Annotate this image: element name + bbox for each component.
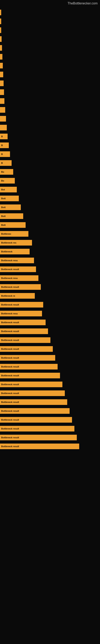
site-title: TheBottlenecker.com: [0, 0, 100, 6]
bar-item: [0, 45, 2, 51]
bar-item: Bott: [0, 196, 19, 201]
bar-row: Bott: [0, 194, 100, 203]
bar-row: Bottleneck result: [0, 300, 100, 309]
bar-item: [0, 54, 2, 60]
bar-item: Bottleneck re: [0, 293, 35, 299]
bar-item: [0, 36, 1, 42]
bar-row: B: [0, 158, 100, 168]
bar-item: Bottleneck result: [0, 426, 74, 432]
bar-item: [0, 72, 3, 77]
bar-row: Bottleneck result: [0, 433, 100, 442]
bar-row: Bottleneck resu: [0, 309, 100, 318]
bar-item: Bottleneck result: [0, 382, 62, 387]
bar-row: [0, 52, 100, 61]
bar-row: Bottleneck result: [0, 380, 100, 389]
bar-item: Bottleneck result: [0, 346, 53, 352]
bar-row: Bottleneck re: [0, 292, 100, 300]
bar-row: [0, 17, 100, 26]
bar-item: Bottleneck result: [0, 266, 36, 272]
bar-row: [0, 70, 100, 79]
bar-row: Bo: [0, 168, 100, 176]
bar-item: [0, 18, 1, 24]
bar-item: [0, 10, 1, 15]
bar-item: Bottleneck result: [0, 284, 41, 290]
bar-row: [0, 26, 100, 34]
bar-row: B: [0, 132, 100, 141]
bar-item: Bottleneck result: [0, 417, 72, 422]
bar-item: B: [0, 142, 9, 148]
bar-item: Bottleneck result: [0, 320, 46, 325]
bar-row: [0, 106, 100, 114]
bar-row: [0, 88, 100, 96]
bar-row: [0, 123, 100, 132]
bar-row: Bottleneck result: [0, 442, 100, 451]
bar-row: [0, 61, 100, 70]
bar-item: Bottleneck resu: [0, 258, 34, 263]
bar-row: Bottleneck result: [0, 354, 100, 362]
bar-item: Bottleneck result: [0, 408, 70, 414]
bar-row: [0, 96, 100, 106]
bar-row: Bottleneck result: [0, 371, 100, 380]
bar-item: Bottleneck result: [0, 337, 50, 343]
bar-row: B: [0, 141, 100, 150]
bar-item: Bott: [0, 222, 26, 228]
bar-row: Bottleneck result: [0, 344, 100, 354]
bar-item: [0, 98, 4, 104]
bar-item: Bottleneck result: [0, 302, 43, 308]
bar-item: Bottleneck: [0, 249, 30, 254]
bar-row: Bottleneck result: [0, 398, 100, 406]
bar-item: Bottleneck result: [0, 373, 60, 378]
bar-item: Bottleneck result: [0, 390, 65, 396]
bar-row: Bottlenec: [0, 230, 100, 238]
bar-item: Bot: [0, 187, 17, 192]
bar-row: Bottleneck result: [0, 362, 100, 371]
bar-row: Bottleneck resu: [0, 274, 100, 282]
bar-row: Bottleneck result: [0, 389, 100, 398]
bar-item: Bott: [0, 213, 23, 219]
bar-row: Bottleneck result: [0, 265, 100, 274]
bar-row: Bottleneck: [0, 247, 100, 256]
bar-item: [0, 107, 5, 113]
bar-item: Bo: [0, 169, 13, 175]
bar-item: Bottlenec: [0, 231, 28, 237]
bar-row: [0, 34, 100, 44]
bar-row: Bott: [0, 212, 100, 220]
bar-row: Bottleneck result: [0, 282, 100, 292]
bar-row: Bo: [0, 176, 100, 185]
bar-item: [0, 89, 4, 95]
bar-item: Bottleneck resu: [0, 311, 42, 316]
bar-row: Bottleneck result: [0, 336, 100, 344]
bar-row: Bottleneck result: [0, 318, 100, 327]
bar-row: Bot: [0, 185, 100, 194]
bar-row: Bottleneck result: [0, 327, 100, 336]
bar-item: Bo: [0, 178, 15, 184]
bar-item: Bottleneck res: [0, 240, 32, 246]
bar-item: [0, 27, 1, 33]
bar-item: B: [0, 160, 12, 166]
bar-row: Bottleneck resu: [0, 256, 100, 265]
bar-item: Bottleneck result: [0, 364, 58, 370]
bar-row: [0, 8, 100, 17]
bar-item: Bottleneck result: [0, 355, 55, 361]
bar-row: [0, 79, 100, 88]
bar-row: [0, 44, 100, 52]
bar-item: [0, 63, 3, 68]
bar-row: B: [0, 150, 100, 158]
bar-item: [0, 116, 6, 122]
bar-item: Bottleneck result: [0, 328, 48, 334]
bar-item: [0, 125, 7, 130]
bar-row: Bott: [0, 203, 100, 212]
bar-item: Bottleneck result: [0, 435, 77, 440]
bar-row: [0, 114, 100, 123]
bar-item: Bottleneck result: [0, 399, 67, 405]
bar-item: B: [0, 151, 10, 157]
bar-item: Bottleneck resu: [0, 275, 38, 281]
bar-item: B: [0, 134, 8, 139]
bar-row: Bottleneck result: [0, 424, 100, 433]
bar-item: Bott: [0, 204, 21, 210]
bar-item: [0, 80, 3, 86]
bar-row: Bott: [0, 220, 100, 230]
bars-container: BBBBBoBoBotBottBottBottBottBottlenecBott…: [0, 6, 100, 453]
bar-item: Bottleneck result: [0, 444, 79, 449]
bar-row: Bottleneck result: [0, 416, 100, 424]
